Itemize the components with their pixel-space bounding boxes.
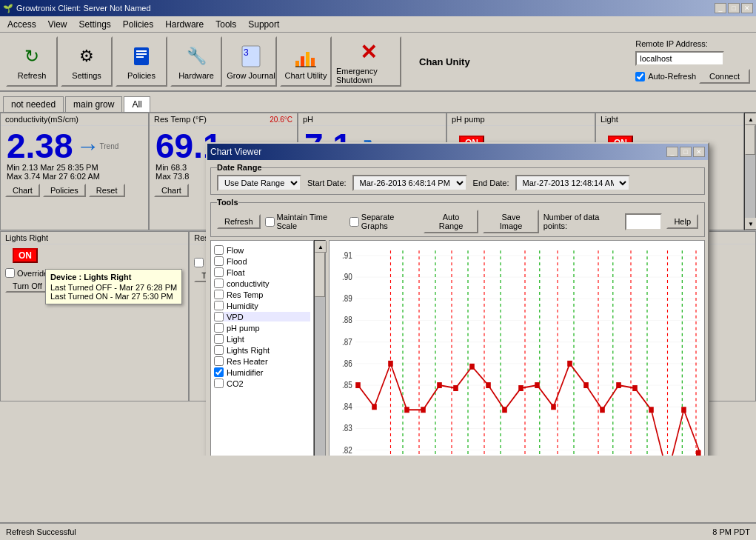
res-heater-checkbox[interactable] [214, 356, 224, 366]
light-title: Light [601, 115, 618, 124]
channel-list-scrollbar[interactable]: ▲ ▼ [314, 240, 326, 456]
maximize-button[interactable]: □ [728, 3, 740, 13]
menu-hardware[interactable]: Hardware [159, 18, 210, 31]
maintain-time-scale-text: Maintain Time Scale [277, 213, 345, 230]
remote-ip-input[interactable] [635, 51, 724, 66]
hardware-icon: 🔧 [183, 43, 210, 70]
channel-float[interactable]: Float [214, 267, 310, 277]
help-button[interactable]: Help [666, 214, 698, 229]
channel-flow[interactable]: Flow [214, 245, 310, 255]
save-image-button[interactable]: Save Image [483, 210, 538, 233]
connect-button[interactable]: Connect [699, 69, 750, 84]
conductivity-checkbox[interactable] [214, 279, 224, 288]
separate-graphs-checkbox[interactable] [349, 217, 359, 227]
float-checkbox[interactable] [214, 267, 224, 277]
channel-co2[interactable]: CO2 [214, 379, 310, 388]
right-scrollbar[interactable]: ▲ ▼ [744, 113, 756, 230]
chart-utility-button[interactable]: Chart Utility [280, 36, 332, 87]
refresh-button[interactable]: ↻ Refresh [6, 36, 58, 87]
chart-close-button[interactable]: ✕ [693, 147, 705, 157]
flood-checkbox[interactable] [214, 256, 224, 266]
separate-graphs-label[interactable]: Separate Graphs [349, 213, 419, 230]
menu-support[interactable]: Support [242, 18, 285, 31]
channel-vpd[interactable]: VPD [214, 312, 310, 321]
remote-ip-label: Remote IP Address: [635, 39, 750, 48]
humidity-checkbox[interactable] [214, 301, 224, 310]
channel-light[interactable]: Light [214, 334, 310, 344]
res-temp-min-val: 68.3 [171, 163, 187, 172]
conductivity-trend-label: Trend [100, 142, 119, 150]
end-date-select[interactable]: Mar-27-2013 12:48:14 AM [515, 175, 630, 191]
lights-right-checkbox[interactable] [214, 345, 224, 355]
settings-icon: ⚙ [73, 43, 100, 70]
channel-res-temp[interactable]: Res Temp [214, 290, 310, 299]
auto-refresh-label: Auto-Refresh [648, 72, 696, 81]
res-heater-override-checkbox[interactable] [194, 258, 204, 267]
svg-rect-73 [696, 450, 701, 456]
data-points-input[interactable] [625, 213, 662, 230]
settings-button[interactable]: ⚙ Settings [61, 36, 113, 87]
channel-ph-pump[interactable]: pH pump [214, 323, 310, 333]
override-checkbox[interactable] [5, 268, 15, 278]
res-temp-chart-button[interactable]: Chart [154, 184, 189, 197]
res-temp-checkbox[interactable] [214, 290, 224, 299]
co2-checkbox[interactable] [214, 379, 224, 388]
menu-policies[interactable]: Policies [117, 18, 159, 31]
light-ch-label: Light [227, 335, 244, 344]
scroll-thumb[interactable] [745, 125, 755, 155]
minimize-button[interactable]: _ [715, 3, 726, 13]
chart-refresh-button[interactable]: Refresh [217, 214, 261, 229]
scroll-down-button[interactable]: ▼ [745, 218, 756, 230]
chart-minimize-button[interactable]: _ [666, 147, 678, 157]
start-date-select[interactable]: Mar-26-2013 6:48:14 PM [352, 175, 467, 191]
menu-tools[interactable]: Tools [210, 18, 242, 31]
humidifier-checkbox[interactable] [214, 367, 224, 377]
channel-humidifier[interactable]: Humidifier [214, 367, 310, 377]
scroll-up-button[interactable]: ▲ [745, 113, 756, 125]
channel-res-heater[interactable]: Res Heater [214, 356, 310, 366]
maintain-time-scale-label[interactable]: Maintain Time Scale [265, 213, 345, 230]
emergency-shutdown-button[interactable]: ✕ Emergency Shutdown [335, 36, 401, 87]
conductivity-reset-button[interactable]: Reset [89, 184, 125, 197]
hardware-button[interactable]: 🔧 Hardware [170, 36, 222, 87]
menu-settings[interactable]: Settings [73, 18, 116, 31]
svg-text:.91: .91 [342, 250, 352, 260]
lights-right-turnoff-button[interactable]: Turn Off [5, 279, 50, 293]
conductivity-chart-button[interactable]: Chart [5, 184, 40, 197]
channel-conductivity[interactable]: conductivity [214, 279, 310, 288]
tab-main-grow[interactable]: main grow [65, 96, 122, 112]
conductivity-min-time: 8:35 PM [68, 163, 98, 172]
menu-view[interactable]: View [42, 18, 73, 31]
channel-flood[interactable]: Flood [214, 256, 310, 266]
date-range-select[interactable]: Use Date Range [217, 175, 301, 191]
chart-viewer-controls[interactable]: _ □ ✕ [666, 147, 705, 157]
float-label: Float [227, 268, 244, 277]
auto-range-button[interactable]: Auto Range [424, 210, 479, 233]
tab-all[interactable]: All [124, 96, 150, 112]
close-button[interactable]: ✕ [741, 3, 753, 13]
menu-access[interactable]: Access [1, 18, 42, 31]
ch-scroll-up[interactable]: ▲ [315, 241, 327, 253]
conductivity-policies-button[interactable]: Policies [43, 184, 86, 197]
grow-journal-button[interactable]: 3 Grow Journal [225, 36, 277, 87]
hardware-label: Hardware [178, 71, 214, 80]
channel-lights-right[interactable]: Lights Right [214, 345, 310, 355]
ph-pump-checkbox[interactable] [214, 323, 224, 333]
window-controls[interactable]: _ □ ✕ [715, 3, 753, 13]
svg-rect-68 [616, 382, 621, 388]
conductivity-max-val: 3.74 [24, 172, 40, 181]
chan-unity-area: Chan Unity [419, 56, 470, 67]
maintain-time-scale-checkbox[interactable] [265, 217, 275, 227]
channel-humidity[interactable]: Humidity [214, 301, 310, 310]
auto-refresh-checkbox[interactable] [635, 72, 645, 81]
chart-maximize-button[interactable]: □ [680, 147, 692, 157]
policies-button[interactable]: Policies [116, 36, 167, 87]
ch-scroll-thumb[interactable] [315, 253, 325, 297]
flow-checkbox[interactable] [214, 245, 224, 255]
svg-rect-9 [311, 58, 315, 67]
light-checkbox[interactable] [214, 334, 224, 344]
tab-not-needed[interactable]: not needed [3, 96, 64, 112]
title-bar: 🌱 Growtronix Client: Server Not Named _ … [0, 0, 756, 16]
vpd-checkbox[interactable] [214, 312, 224, 321]
emergency-icon: ✕ [355, 39, 381, 65]
